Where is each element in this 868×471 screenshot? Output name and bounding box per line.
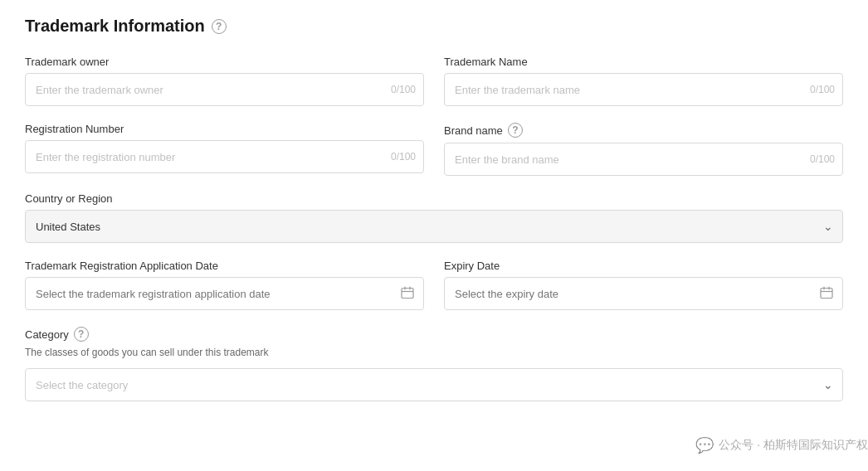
registration-number-wrapper: 0/100 [25, 140, 424, 173]
country-region-field: Country or Region United States China Eu… [25, 192, 843, 243]
category-label: Category ? [25, 327, 843, 342]
trademark-owner-input[interactable] [25, 73, 424, 106]
form-row-4: Trademark Registration Application Date … [25, 260, 843, 310]
form-row-2: Registration Number 0/100 Brand name ? 0… [25, 123, 843, 176]
watermark-icon: 💬 [695, 436, 714, 454]
brand-name-field: Brand name ? 0/100 [444, 123, 843, 176]
category-label-text: Category [25, 328, 69, 341]
expiry-date-input[interactable] [444, 277, 843, 310]
trademark-reg-date-field: Trademark Registration Application Date [25, 260, 424, 310]
expiry-date-label: Expiry Date [444, 260, 843, 272]
category-field: Category ? The classes of goods you can … [25, 327, 843, 401]
form-row-1: Trademark owner 0/100 Trademark Name 0/1… [25, 56, 843, 106]
expiry-date-wrapper [444, 277, 843, 310]
brand-name-label: Brand name ? [444, 123, 843, 138]
country-region-select-wrapper: United States China European Union Unite… [25, 210, 843, 243]
form-row-5: Category ? The classes of goods you can … [25, 327, 843, 401]
category-select-wrapper: Select the category ⌄ [25, 368, 843, 401]
trademark-owner-wrapper: 0/100 [25, 73, 424, 106]
brand-name-wrapper: 0/100 [444, 143, 843, 176]
registration-number-label: Registration Number [25, 123, 424, 135]
watermark-text: 公众号 · 柏斯特国际知识产权 [719, 438, 868, 453]
category-description: The classes of goods you can sell under … [25, 347, 843, 358]
watermark: 💬 公众号 · 柏斯特国际知识产权 [695, 436, 868, 454]
registration-number-field: Registration Number 0/100 [25, 123, 424, 176]
country-region-label: Country or Region [25, 192, 843, 205]
trademark-name-label: Trademark Name [444, 56, 843, 68]
brand-name-help-icon[interactable]: ? [508, 123, 523, 138]
country-region-select[interactable]: United States China European Union Unite… [25, 210, 843, 243]
trademark-reg-date-input[interactable] [25, 277, 424, 310]
registration-number-input[interactable] [25, 140, 424, 173]
category-select[interactable]: Select the category [25, 368, 843, 401]
brand-name-input[interactable] [444, 143, 843, 176]
trademark-owner-field: Trademark owner 0/100 [25, 56, 424, 106]
section-title: Trademark Information ? [25, 17, 843, 36]
title-help-icon[interactable]: ? [212, 19, 227, 34]
brand-name-label-text: Brand name [444, 124, 503, 137]
category-help-icon[interactable]: ? [74, 327, 89, 342]
expiry-date-field: Expiry Date [444, 260, 843, 310]
trademark-name-wrapper: 0/100 [444, 73, 843, 106]
form-row-3: Country or Region United States China Eu… [25, 192, 843, 243]
trademark-name-input[interactable] [444, 73, 843, 106]
page-title: Trademark Information [25, 17, 205, 36]
trademark-reg-date-label: Trademark Registration Application Date [25, 260, 424, 272]
trademark-owner-label: Trademark owner [25, 56, 424, 68]
trademark-name-field: Trademark Name 0/100 [444, 56, 843, 106]
page-container: Trademark Information ? Trademark owner … [0, 0, 868, 471]
trademark-reg-date-wrapper [25, 277, 424, 310]
